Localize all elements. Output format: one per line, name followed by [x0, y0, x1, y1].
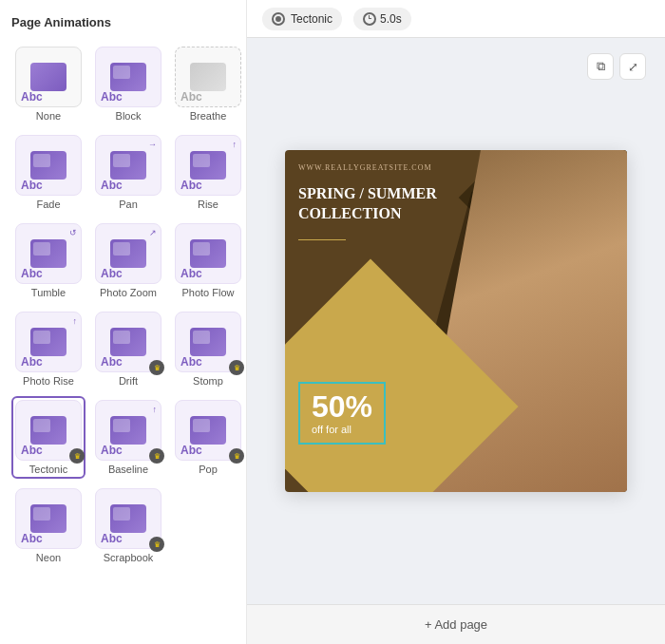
anim-name-pan: Pan — [119, 199, 138, 210]
anim-abc-drift: Abc — [101, 355, 123, 369]
anim-card-tumble: Abc ↺ — [15, 223, 82, 284]
headline-line2: COLLECTION — [298, 205, 401, 221]
anim-item-tectonic[interactable]: Abc ♛ Tectonic — [11, 396, 86, 479]
anim-item-photozoom[interactable]: Abc ↗ Photo Zoom — [91, 219, 165, 302]
anim-name-baseline: Baseline — [108, 464, 148, 475]
anim-card-photozoom: Abc ↗ — [95, 223, 162, 284]
anim-abc-baseline: Abc — [101, 444, 123, 457]
arrow-icon-baseline: ↑ — [153, 405, 158, 414]
anim-item-fade[interactable]: Abc Fade — [11, 131, 86, 214]
headline-divider — [298, 239, 346, 240]
anim-name-breathe: Breathe — [190, 110, 227, 122]
anim-abc-pan: Abc — [101, 179, 123, 192]
anim-thumb-photozoom — [110, 239, 146, 268]
anim-abc-stomp: Abc — [180, 355, 202, 369]
anim-item-rise[interactable]: Abc ↑ Rise — [171, 131, 245, 214]
expand-button[interactable]: ⤢ — [619, 53, 646, 80]
anim-item-photorise[interactable]: Abc ↑ Photo Rise — [11, 308, 86, 390]
anim-item-stomp[interactable]: Abc ♛ Stomp — [171, 308, 245, 390]
anim-item-scrapbook[interactable]: Abc ♛ Scrapbook — [91, 484, 165, 567]
anim-abc-photoflow: Abc — [180, 267, 202, 280]
anim-abc-neon: Abc — [21, 532, 43, 545]
anim-item-tumble[interactable]: Abc ↺ Tumble — [11, 219, 86, 302]
anim-card-baseline: Abc ↑ ♛ — [95, 400, 162, 461]
anim-card-stomp: Abc ♛ — [175, 312, 241, 372]
anim-card-block: Abc — [95, 47, 162, 107]
crown-badge-stomp: ♛ — [229, 360, 244, 375]
anim-card-scrapbook: Abc ♛ — [95, 488, 162, 549]
anim-card-tectonic: Abc ♛ — [15, 400, 82, 461]
bottom-bar: + Add page — [247, 604, 665, 644]
expand-icon: ⤢ — [628, 60, 638, 74]
anim-name-block: Block — [116, 110, 142, 122]
headline-text: SPRING / SUMMER COLLECTION — [298, 184, 437, 224]
anim-card-rise: Abc ↑ — [175, 135, 241, 196]
copy-button[interactable]: ⧉ — [587, 53, 614, 80]
anim-thumb-baseline — [110, 416, 146, 445]
anim-thumb-block — [110, 63, 146, 91]
anim-thumb-rise — [190, 151, 226, 180]
anim-item-baseline[interactable]: Abc ↑ ♛ Baseline — [91, 396, 165, 479]
anim-item-photoflow[interactable]: Abc Photo Flow — [171, 219, 245, 302]
anim-item-pop[interactable]: Abc ♛ Pop — [171, 396, 245, 479]
crown-badge-baseline: ♛ — [149, 448, 164, 464]
anim-card-pan: Abc → — [95, 135, 162, 196]
animations-grid: Abc None Abc Block Abc Breathe Abc Fade — [11, 43, 235, 567]
anim-abc-photorise: Abc — [21, 355, 43, 369]
anim-card-neon: Abc — [15, 488, 82, 549]
anim-name-stomp: Stomp — [193, 375, 223, 387]
crown-badge-drift: ♛ — [149, 360, 164, 375]
animation-tab-icon — [272, 12, 285, 26]
anim-name-neon: Neon — [36, 552, 61, 563]
anim-thumb-photorise — [30, 328, 66, 356]
anim-card-photorise: Abc ↑ — [15, 312, 82, 372]
anim-abc-tumble: Abc — [21, 267, 43, 280]
anim-thumb-photoflow — [190, 239, 226, 268]
anim-thumb-pop — [190, 416, 226, 445]
anim-name-photorise: Photo Rise — [23, 375, 74, 387]
anim-item-breathe[interactable]: Abc Breathe — [171, 43, 245, 125]
discount-sub: off for all — [312, 424, 372, 435]
anim-thumb-tumble — [30, 239, 66, 268]
panel-title: Page Animations — [11, 15, 235, 29]
headline-line1: SPRING / SUMMER — [298, 185, 437, 201]
anim-item-pan[interactable]: Abc → Pan — [91, 131, 165, 214]
arrow-icon-photozoom: ↗ — [149, 228, 157, 237]
anim-name-fade: Fade — [36, 199, 60, 210]
animations-panel: Page Animations Abc None Abc Block Abc B… — [0, 0, 247, 644]
canvas-area: ⧉ ⤢ WWW.REALLYGREATSITE.COM SPRING / SUM… — [247, 38, 665, 604]
anim-card-fade: Abc — [15, 135, 82, 196]
add-page-button[interactable]: + Add page — [409, 612, 503, 637]
anim-item-block[interactable]: Abc Block — [91, 43, 165, 125]
copy-icon: ⧉ — [597, 59, 605, 74]
anim-name-photoflow: Photo Flow — [181, 287, 234, 298]
anim-abc-pop: Abc — [180, 444, 202, 457]
anim-item-none[interactable]: Abc None — [11, 43, 86, 125]
duration-tab[interactable]: 5.0s — [353, 8, 411, 30]
anim-abc-scrapbook: Abc — [101, 532, 123, 545]
animation-tab[interactable]: Tectonic — [262, 8, 342, 30]
duration-label: 5.0s — [380, 12, 402, 26]
anim-abc-rise: Abc — [180, 179, 202, 192]
anim-abc-fade: Abc — [21, 179, 43, 192]
anim-abc-none: Abc — [21, 90, 43, 104]
crown-badge-pop: ♛ — [229, 448, 244, 464]
discount-box: 50% off for all — [298, 382, 386, 445]
right-panel: Tectonic 5.0s ⧉ ⤢ WWW.REALLYGREA — [247, 0, 665, 644]
anim-name-tectonic: Tectonic — [29, 464, 67, 475]
discount-percent: 50% — [312, 391, 372, 422]
anim-name-scrapbook: Scrapbook — [104, 552, 154, 563]
anim-card-none: Abc — [15, 47, 82, 107]
anim-item-drift[interactable]: Abc ♛ Drift — [91, 308, 165, 390]
top-bar: Tectonic 5.0s — [247, 0, 665, 38]
arrow-icon-rise: ↑ — [233, 140, 238, 149]
anim-card-photoflow: Abc — [175, 223, 241, 284]
anim-thumb-fade — [30, 151, 66, 180]
anim-name-drift: Drift — [119, 375, 138, 387]
anim-item-neon[interactable]: Abc Neon — [11, 484, 86, 567]
canvas-controls: ⧉ ⤢ — [587, 53, 646, 80]
anim-abc-breathe: Abc — [180, 90, 202, 104]
anim-name-pop: Pop — [199, 464, 218, 475]
anim-thumb-breathe — [190, 63, 226, 91]
anim-abc-photozoom: Abc — [101, 267, 123, 280]
